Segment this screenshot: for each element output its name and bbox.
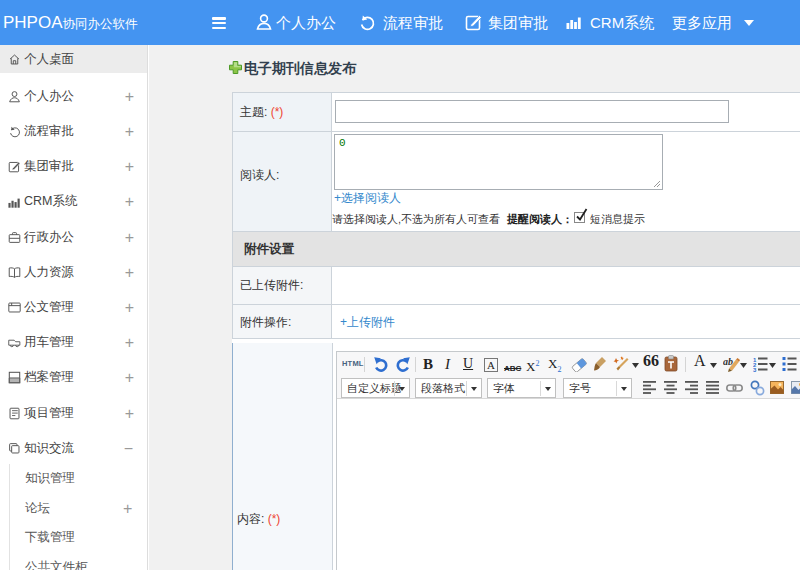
svg-text:3: 3 bbox=[753, 367, 757, 372]
